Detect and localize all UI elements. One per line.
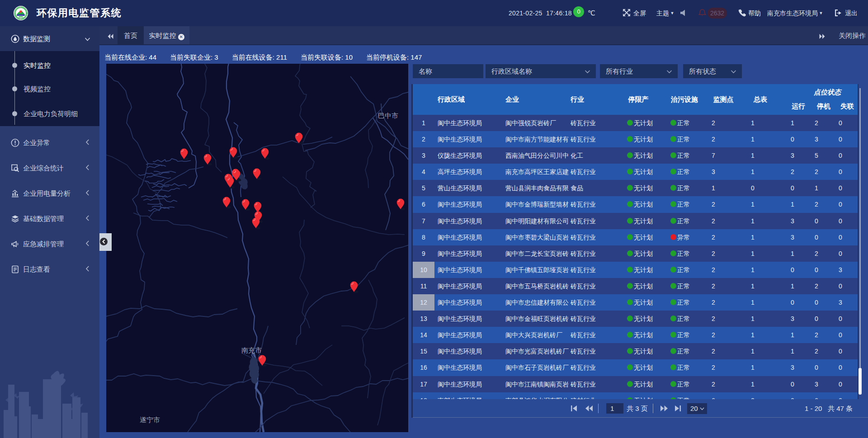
svg-text:遂宁市: 遂宁市 <box>140 416 160 424</box>
svg-text:巴中市: 巴中市 <box>378 112 398 119</box>
svg-text:南充市: 南充市 <box>241 346 262 354</box>
